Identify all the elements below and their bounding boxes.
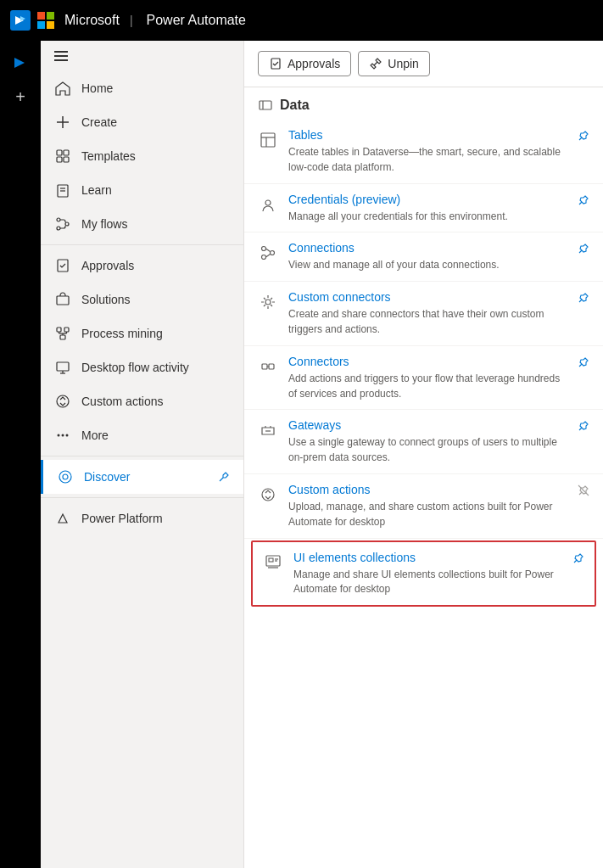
svg-rect-30 [271,59,280,69]
connectors-content: Connectors Add actions and triggers to y… [288,355,567,401]
sidebar-item-my-flows[interactable]: My flows [41,207,243,241]
credentials-pin-icon[interactable] [578,194,589,206]
ui-elements-icon [263,552,283,573]
nav-divider-2 [41,456,243,456]
svg-rect-12 [58,260,68,272]
sidebar-item-discover[interactable]: Discover [41,460,243,494]
custom-actions-unpin-icon[interactable] [578,484,589,496]
credentials-title[interactable]: Credentials (preview) [288,193,567,206]
tables-pin-icon[interactable] [578,130,589,142]
app-name: Power Automate [147,13,246,28]
gateways-pin-icon[interactable] [578,420,589,432]
sidebar-item-process-mining[interactable]: Process mining [41,316,243,350]
rail-icon-powerautomate[interactable] [5,48,36,78]
create-label: Create [81,115,117,129]
connectors-desc: Add actions and triggers to your flow th… [288,372,560,400]
ui-elements-pin-icon[interactable] [572,552,584,564]
custom-actions-icon [54,393,71,410]
data-item-custom-connectors: Custom connectors Create and share conne… [244,282,603,346]
custom-connectors-icon [258,292,278,312]
data-section-header: Data [244,87,603,120]
credentials-content: Credentials (preview) Manage all your cr… [288,193,567,224]
svg-rect-31 [260,101,271,109]
svg-rect-2 [57,150,62,155]
sidebar-item-more[interactable]: More [41,418,243,452]
svg-rect-16 [60,335,65,339]
sidebar-item-templates[interactable]: Templates [41,139,243,173]
home-label: Home [81,81,113,95]
custom-actions-list-icon [258,484,278,505]
sidebar-item-custom-actions[interactable]: Custom actions [41,384,243,418]
approvals-button[interactable]: Approvals [258,51,351,76]
sidebar-item-desktop-flow[interactable]: Desktop flow activity [41,350,243,384]
svg-rect-44 [269,364,274,369]
custom-connectors-pin-icon[interactable] [578,292,589,304]
main-content: Approvals Unpin Data Tables Create table… [244,41,603,868]
discover-pin-icon[interactable] [218,471,230,483]
unpin-button[interactable]: Unpin [358,51,430,76]
connections-desc: View and manage all of your data connect… [288,259,500,271]
data-section-title: Data [280,98,310,113]
connectors-pin-icon[interactable] [578,356,589,368]
microsoft-label: Microsoft [64,13,120,28]
svg-rect-4 [57,157,62,162]
svg-point-42 [265,300,271,305]
left-rail: + [0,41,41,868]
svg-line-40 [266,249,271,252]
custom-connectors-desc: Create and share connectors that have th… [288,308,544,335]
svg-point-28 [59,471,71,483]
sidebar-item-create[interactable]: Create [41,105,243,139]
create-icon [54,114,71,131]
svg-point-27 [66,434,69,437]
approvals-icon [54,257,71,274]
discover-icon [57,468,74,485]
rail-icon-add[interactable]: + [5,81,36,112]
my-flows-label: My flows [81,217,127,231]
sidebar-item-solutions[interactable]: Solutions [41,283,243,316]
home-icon [54,80,71,97]
custom-actions-list-content: Custom actions Upload, manage, and share… [288,483,567,529]
connections-icon [258,243,278,263]
svg-point-36 [265,200,271,205]
credentials-desc: Manage all your credentials for this env… [288,210,508,222]
sidebar-item-learn[interactable]: Learn [41,173,243,207]
unpin-icon [369,57,382,70]
connections-title[interactable]: Connections [288,241,567,255]
gateways-content: Gateways Use a single gateway to connect… [288,418,567,465]
hamburger-menu[interactable] [54,51,68,61]
more-label: More [81,428,109,442]
templates-label: Templates [81,149,136,163]
sidebar-item-approvals[interactable]: Approvals [41,249,243,283]
data-item-connectors: Connectors Add actions and triggers to y… [244,346,603,411]
approvals-button-icon [269,57,282,70]
sidebar-item-home[interactable]: Home [41,71,243,105]
custom-connectors-title[interactable]: Custom connectors [288,290,567,304]
templates-icon [54,148,71,165]
topbar-logo: Microsoft | Power Automate [10,10,246,31]
sidebar-item-power-platform[interactable]: Power Platform [41,501,243,535]
connectors-icon [258,356,278,377]
desktop-flow-label: Desktop flow activity [81,361,189,374]
flows-icon [54,216,71,232]
tables-icon [258,130,278,150]
learn-icon [54,182,71,199]
svg-point-11 [57,227,60,230]
nav-divider-1 [41,244,243,245]
data-item-gateways: Gateways Use a single gateway to connect… [244,410,603,474]
connectors-title[interactable]: Connectors [288,355,567,368]
gateways-title[interactable]: Gateways [288,418,567,432]
connections-pin-icon[interactable] [578,243,589,255]
ui-elements-title[interactable]: UI elements collections [293,551,562,564]
svg-point-29 [63,474,68,479]
tables-title[interactable]: Tables [288,128,567,142]
svg-point-10 [65,222,69,226]
data-item-ui-elements: UI elements collections Manage and share… [251,540,596,608]
unpin-button-label: Unpin [388,57,419,70]
data-item-tables: Tables Create tables in Dataverse—the sm… [244,120,603,184]
approvals-button-label: Approvals [288,57,340,70]
solutions-icon [54,291,71,308]
svg-point-37 [262,247,266,251]
svg-point-38 [271,251,275,255]
power-platform-label: Power Platform [81,512,163,525]
custom-actions-list-title[interactable]: Custom actions [288,483,567,496]
